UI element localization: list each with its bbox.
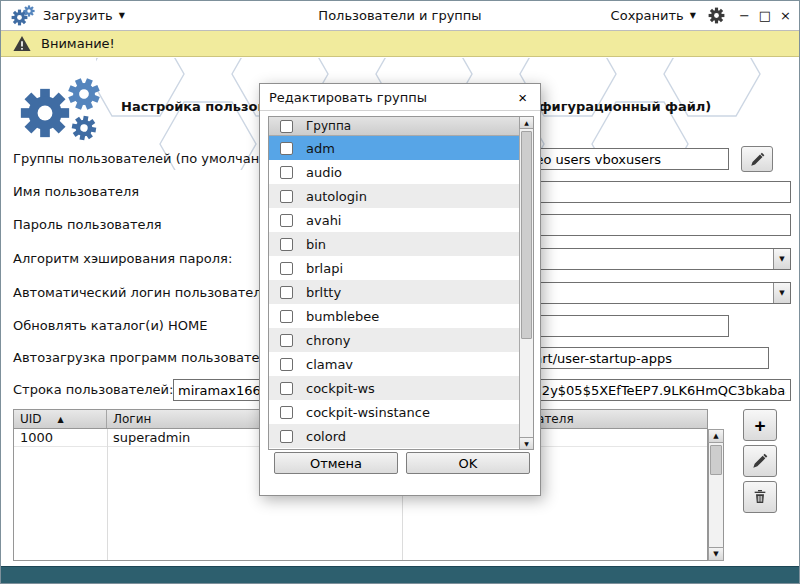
pencil-icon (750, 152, 765, 167)
group-checkbox[interactable] (280, 286, 293, 299)
scroll-up-icon[interactable]: ▲ (708, 429, 724, 443)
group-column-header[interactable]: Группа (306, 119, 351, 133)
field-label-user-string: Строка пользователей: (13, 382, 173, 397)
field-label-update-home: Обновлять каталог(и) HOME (13, 318, 207, 333)
dropdown-arrow-icon[interactable]: ▼ (773, 283, 790, 303)
group-checkbox[interactable] (280, 382, 293, 395)
group-checkbox[interactable] (280, 238, 293, 251)
sort-asc-icon: ▲ (58, 415, 64, 424)
edit-groups-button[interactable] (741, 146, 773, 172)
group-checkbox[interactable] (280, 334, 293, 347)
field-label-username: Имя пользователя (13, 184, 139, 199)
group-checkbox[interactable] (280, 190, 293, 203)
dialog-title-bar: Редактировать группы × (260, 84, 540, 111)
settings-gear-button[interactable] (708, 7, 725, 24)
scrollbar-thumb[interactable] (521, 131, 532, 339)
toolbar: Загрузить ▼ Пользователи и группы Сохран… (1, 1, 799, 31)
ok-button[interactable]: OK (406, 452, 530, 474)
group-row[interactable]: brltty (269, 280, 519, 304)
scroll-up-icon[interactable]: ▲ (519, 116, 534, 129)
group-row[interactable]: avahi (269, 208, 519, 232)
group-list: Группа adm audio autologin avahi (268, 116, 534, 450)
group-name: chrony (306, 333, 350, 348)
column-header-uid[interactable]: UID ▲ (14, 410, 107, 428)
scrollbar-thumb[interactable] (710, 445, 722, 475)
group-name: colord (306, 429, 346, 444)
warning-bar: Внимание! (1, 31, 799, 57)
field-label-password: Пароль пользователя (13, 217, 162, 232)
column-label-uid: UID (20, 412, 42, 426)
group-rows: adm audio autologin avahi bin (269, 136, 519, 448)
group-row[interactable]: autologin (269, 184, 519, 208)
field-label-default-groups: Группы пользователей (по умолчанию) (13, 151, 284, 166)
app-gears-icon (11, 5, 35, 27)
minimize-button[interactable]: − (739, 9, 750, 22)
dialog-title: Редактировать группы (269, 90, 514, 105)
close-button[interactable]: × (780, 9, 791, 22)
group-row[interactable]: audio (269, 160, 519, 184)
window-controls: − □ × (739, 9, 791, 22)
group-name: autologin (306, 189, 367, 204)
chevron-down-icon: ▼ (119, 12, 125, 20)
column-label-login: Логин (113, 412, 151, 426)
group-checkbox[interactable] (280, 166, 293, 179)
group-checkbox[interactable] (280, 430, 293, 443)
edit-user-button[interactable] (743, 445, 777, 477)
table-scrollbar[interactable]: ▲ ▼ (708, 429, 724, 561)
group-name: brltty (306, 285, 341, 300)
warning-text: Внимание! (41, 36, 115, 51)
group-name: cockpit-wsinstance (306, 405, 430, 420)
field-label-autostart: Автозагрузка программ пользователей (13, 350, 284, 365)
save-label: Сохранить (611, 8, 684, 23)
cancel-button[interactable]: Отмена (274, 452, 398, 474)
chevron-down-icon: ▼ (690, 12, 696, 20)
add-user-button[interactable]: + (743, 409, 777, 441)
group-row[interactable]: bumblebee (269, 304, 519, 328)
field-label-autologin: Автоматический логин пользователя (13, 285, 269, 300)
trash-icon (752, 489, 768, 505)
save-button[interactable]: Сохранить ▼ (611, 8, 696, 23)
group-row[interactable]: bin (269, 232, 519, 256)
group-checkbox[interactable] (280, 262, 293, 275)
load-label: Загрузить (43, 8, 113, 23)
app-logo-gears-icon (15, 75, 111, 143)
group-checkbox[interactable] (280, 358, 293, 371)
dialog-close-button[interactable]: × (514, 90, 531, 105)
group-row[interactable]: chrony (269, 328, 519, 352)
group-name: adm (306, 141, 335, 156)
dropdown-arrow-icon[interactable]: ▼ (773, 249, 790, 269)
group-row[interactable]: cockpit-ws (269, 376, 519, 400)
load-button[interactable]: Загрузить ▼ (43, 8, 125, 23)
scroll-down-icon[interactable]: ▼ (519, 437, 534, 450)
delete-user-button[interactable] (743, 481, 777, 513)
maximize-button[interactable]: □ (759, 9, 771, 22)
gear-icon (708, 7, 725, 24)
grid-line (107, 429, 108, 560)
group-list-scrollbar[interactable]: ▲ ▼ (519, 117, 533, 449)
group-row-selected[interactable]: adm (269, 136, 519, 160)
group-checkbox[interactable] (280, 310, 293, 323)
group-name: brlapi (306, 261, 343, 276)
page-title: Пользователи и группы (181, 1, 619, 30)
field-label-hash-algorithm: Алгоритм хэширования пароля: (13, 251, 232, 266)
pencil-icon (752, 453, 768, 469)
group-row[interactable]: cockpit-wsinstance (269, 400, 519, 424)
group-name: bumblebee (306, 309, 379, 324)
plus-icon: + (754, 416, 765, 435)
group-name: avahi (306, 213, 341, 228)
group-name: audio (306, 165, 342, 180)
group-row[interactable]: brlapi (269, 256, 519, 280)
scroll-down-icon[interactable]: ▼ (708, 547, 724, 561)
group-list-header: Группа (269, 117, 519, 136)
group-name: cockpit-ws (306, 381, 375, 396)
warning-icon (13, 35, 31, 52)
cell-uid: 1000 (14, 430, 107, 445)
group-checkbox[interactable] (280, 406, 293, 419)
group-row[interactable]: colord (269, 424, 519, 448)
group-name: clamav (306, 357, 353, 372)
edit-groups-dialog: Редактировать группы × Группа adm audio (259, 83, 541, 496)
group-row[interactable]: clamav (269, 352, 519, 376)
group-checkbox[interactable] (280, 142, 293, 155)
group-checkbox[interactable] (280, 214, 293, 227)
select-all-checkbox[interactable] (280, 120, 293, 133)
